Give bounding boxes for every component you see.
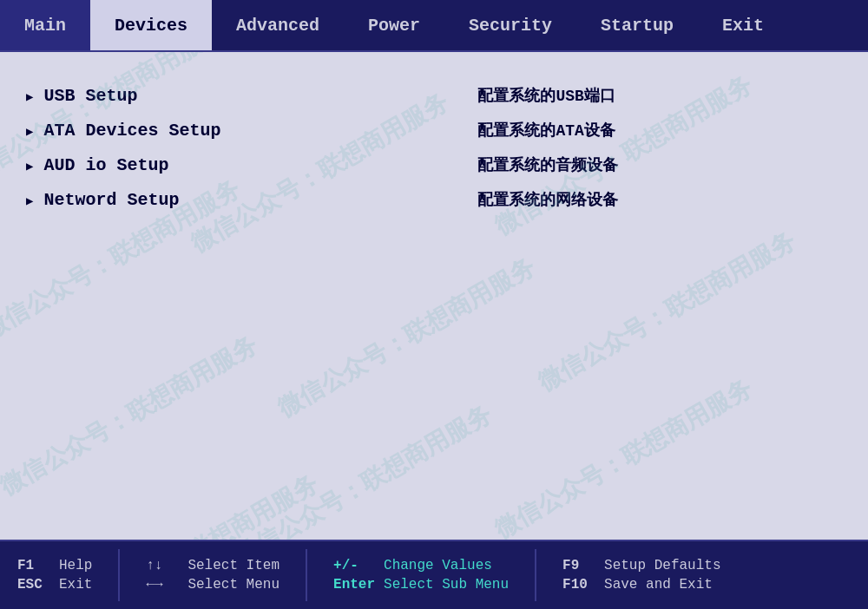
key-f1: F1 [17,558,52,573]
status-row-leftright: ←→ Select Menu [146,577,279,593]
menu-item-ata[interactable]: ▶ ATA Devices Setup 配置系统的ATA设备 [26,113,842,147]
watermark: 微信公众号：联想商用服务 [489,372,758,540]
menu-label-network: Netword Setup [43,190,304,210]
separator [535,549,536,601]
watermark: 微信公众号：联想商用服务 [532,225,801,399]
value-select-item: Select Item [187,558,279,573]
status-group-arrows: ↑↓ Select Item ←→ Select Menu [146,558,279,593]
value-save-exit: Save and Exit [604,577,713,593]
nav-advanced[interactable]: Advanced [212,0,344,50]
watermark: 微信公众号：联想商用服务 [228,398,497,540]
menu-desc-audio: 配置系统的音频设备 [477,154,618,175]
key-f10: F10 [562,577,597,593]
menu-label-ata: ATA Devices Setup [43,121,304,141]
menu-item-network[interactable]: ▶ Netword Setup 配置系统的网络设备 [26,182,842,217]
status-row-enter: Enter Select Sub Menu [333,577,509,593]
menu-label-audio: AUD io Setup [43,155,304,175]
value-setup-defaults: Setup Defaults [604,558,720,573]
status-group-f1-esc: F1 Help ESC Exit [17,558,92,593]
watermark: 微信公众号：联想商用服务 [272,251,541,425]
key-f9: F9 [562,558,597,573]
separator [118,549,120,601]
main-content: 微信公众号：联想商用服务 微信公众号：联想商用服务 微信公众号：联想商用服务 微… [0,52,868,540]
value-change-values: Change Values [384,558,492,573]
menu-desc-ata: 配置系统的ATA设备 [477,120,615,141]
value-select-sub-menu: Select Sub Menu [384,577,509,593]
key-plusminus: +/- [333,558,377,573]
status-group-f9-f10: F9 Setup Defaults F10 Save and Exit [562,558,720,593]
status-row-f1: F1 Help [17,558,92,573]
arrow-icon: ▶ [26,193,33,208]
menu-desc-usb: 配置系统的USB端口 [477,85,615,106]
menu-item-audio[interactable]: ▶ AUD io Setup 配置系统的音频设备 [26,147,842,182]
status-row-f9: F9 Setup Defaults [562,558,720,573]
value-help: Help [59,558,92,573]
arrow-icon: ▶ [26,89,33,104]
menu-list: ▶ USB Setup 配置系统的USB端口 ▶ ATA Devices Set… [26,78,842,217]
key-updown: ↑↓ [146,558,181,573]
arrow-icon: ▶ [26,159,33,174]
menu-item-usb[interactable]: ▶ USB Setup 配置系统的USB端口 [26,78,842,113]
nav-bar: Main Devices Advanced Power Security Sta… [0,0,868,52]
key-esc: ESC [17,577,52,593]
status-row-f10: F10 Save and Exit [562,577,720,593]
value-select-menu: Select Menu [187,577,279,593]
nav-main[interactable]: Main [0,0,90,50]
nav-power[interactable]: Power [344,0,444,50]
nav-devices[interactable]: Devices [90,0,212,50]
menu-label-usb: USB Setup [43,86,304,106]
nav-security[interactable]: Security [444,0,576,50]
status-group-enter: +/- Change Values Enter Select Sub Menu [333,558,509,593]
status-row-esc: ESC Exit [17,577,92,593]
nav-startup[interactable]: Startup [576,0,698,50]
status-row-updown: ↑↓ Select Item [146,558,279,573]
key-leftright: ←→ [146,577,181,593]
value-exit: Exit [59,577,92,593]
status-row-plusminus: +/- Change Values [333,558,509,573]
watermark: 微信公众号：联想商用服务 [0,329,263,503]
separator [306,549,307,601]
nav-exit[interactable]: Exit [698,0,788,50]
key-enter: Enter [333,577,377,593]
watermark: 微信公众号：联想商用服务 [55,468,324,540]
menu-desc-network: 配置系统的网络设备 [477,189,618,210]
arrow-icon: ▶ [26,124,33,139]
status-bar: F1 Help ESC Exit ↑↓ Select Item ←→ Selec… [0,540,868,609]
